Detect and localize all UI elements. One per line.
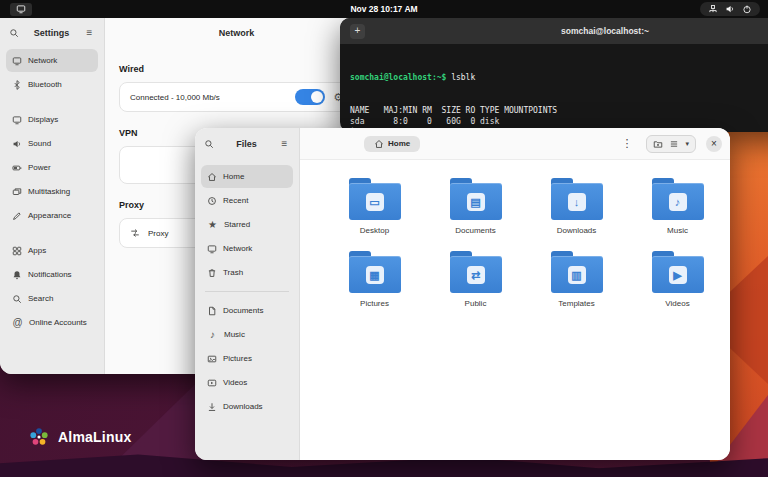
- files-content: ▭ Desktop ▤ Documents ↓ Downloads ♪ Musi…: [300, 160, 730, 460]
- terminal-command: lsblk: [451, 73, 475, 82]
- sidebar-item-videos[interactable]: Videos: [201, 371, 293, 394]
- folder-templates[interactable]: ▥ Templates: [526, 251, 627, 308]
- search-icon[interactable]: [9, 28, 19, 38]
- item-label: Starred: [224, 220, 250, 229]
- sidebar-item-bluetooth[interactable]: Bluetooth: [6, 73, 98, 96]
- item-label: Appearance: [28, 211, 71, 220]
- sidebar-item-network[interactable]: Network: [201, 237, 293, 260]
- folder-name: Documents: [455, 226, 495, 235]
- screencast-indicator[interactable]: [10, 3, 32, 16]
- sidebar-item-starred[interactable]: ★ Starred: [201, 213, 293, 236]
- new-tab-button[interactable]: +: [350, 24, 365, 39]
- list-view-icon[interactable]: [669, 139, 679, 149]
- almalinux-logo-icon: [28, 426, 50, 448]
- sidebar-item-pictures[interactable]: Pictures: [201, 347, 293, 370]
- terminal-body[interactable]: somchai@localhost:~$ lsblk NAME MAJ:MIN …: [340, 44, 768, 132]
- chevron-down-icon[interactable]: ▾: [685, 140, 689, 148]
- search-icon: [12, 294, 22, 304]
- videos-emblem-icon: ▶: [669, 266, 687, 284]
- item-label: Home: [223, 172, 244, 181]
- item-label: Displays: [28, 115, 58, 124]
- item-label: Multitasking: [28, 187, 70, 196]
- apps-grid-icon: [12, 246, 22, 256]
- folder-name: Videos: [665, 299, 689, 308]
- sidebar-item-displays[interactable]: Displays: [6, 108, 98, 131]
- item-label: Sound: [28, 139, 51, 148]
- display-icon: [16, 4, 26, 14]
- sidebar-item-multitasking[interactable]: Multitasking: [6, 180, 98, 203]
- folder-icon: ▶: [652, 251, 704, 293]
- volume-icon: [725, 4, 735, 14]
- folder-icon: ⇄: [450, 251, 502, 293]
- kebab-menu-icon[interactable]: ⋮: [615, 137, 638, 150]
- music-emblem-icon: ♪: [669, 193, 687, 211]
- multitasking-icon: [12, 187, 22, 197]
- menu-icon[interactable]: ≡: [279, 139, 290, 149]
- wired-heading: Wired: [119, 64, 354, 74]
- battery-icon: [12, 163, 22, 173]
- folder-public[interactable]: ⇄ Public: [425, 251, 526, 308]
- sidebar-item-online-accounts[interactable]: @ Online Accounts: [6, 311, 98, 334]
- image-icon: [207, 354, 217, 364]
- folder-name: Templates: [558, 299, 594, 308]
- sidebar-item-music[interactable]: ♪ Music: [201, 323, 293, 346]
- folder-pictures[interactable]: ▦ Pictures: [324, 251, 425, 308]
- sidebar-item-notifications[interactable]: Notifications: [6, 263, 98, 286]
- sidebar-group-gap: [0, 97, 104, 107]
- terminal-prompt: somchai@localhost:~$: [350, 73, 446, 82]
- network-icon: [12, 56, 22, 66]
- item-label: Pictures: [223, 354, 252, 363]
- files-title: Files: [219, 139, 274, 149]
- sidebar-item-documents[interactable]: Documents: [201, 299, 293, 322]
- desktop-emblem-icon: ▭: [366, 193, 384, 211]
- wired-toggle[interactable]: [295, 89, 325, 105]
- sidebar-item-home[interactable]: Home: [201, 165, 293, 188]
- toggle-knob: [311, 91, 323, 103]
- folder-documents[interactable]: ▤ Documents: [425, 178, 526, 235]
- sidebar-item-sound[interactable]: Sound: [6, 132, 98, 155]
- folder-downloads[interactable]: ↓ Downloads: [526, 178, 627, 235]
- sidebar-item-network[interactable]: Network: [6, 49, 98, 72]
- network-icon: [207, 244, 217, 254]
- terminal-window: + somchai@localhost:~ somchai@localhost:…: [340, 18, 768, 132]
- folder-icon: ▦: [349, 251, 401, 293]
- sidebar-item-search[interactable]: Search: [6, 287, 98, 310]
- breadcrumb[interactable]: Home: [364, 136, 420, 152]
- sidebar-item-appearance[interactable]: Appearance: [6, 204, 98, 227]
- sidebar-item-power[interactable]: Power: [6, 156, 98, 179]
- item-label: Apps: [28, 246, 46, 255]
- wired-network-icon: [708, 4, 718, 14]
- files-header: Files ≡ Home ⋮: [195, 128, 730, 160]
- documents-emblem-icon: ▤: [467, 193, 485, 211]
- almalinux-branding: AlmaLinux: [28, 426, 131, 448]
- settings-title: Settings: [24, 28, 79, 38]
- settings-page-title: Network: [105, 18, 368, 48]
- folder-music[interactable]: ♪ Music: [627, 178, 728, 235]
- item-label: Recent: [223, 196, 248, 205]
- menu-icon[interactable]: ≡: [84, 28, 95, 38]
- close-button[interactable]: ×: [706, 136, 722, 152]
- settings-sidebar: Settings ≡ Network Bluetooth: [0, 18, 105, 374]
- files-sidebar-header: Files ≡: [195, 128, 300, 160]
- sidebar-item-apps[interactable]: Apps: [6, 239, 98, 262]
- search-icon[interactable]: [204, 139, 214, 149]
- at-icon: @: [12, 318, 23, 328]
- sidebar-separator: [205, 291, 289, 292]
- files-toolbar: Home ⋮ ▾ ×: [300, 128, 730, 160]
- clock[interactable]: Nov 28 10:17 AM: [341, 2, 426, 16]
- bluetooth-icon: [12, 80, 22, 90]
- item-label: Online Accounts: [29, 318, 87, 327]
- top-bar: Nov 28 10:17 AM: [0, 0, 768, 18]
- system-tray[interactable]: [700, 2, 760, 16]
- sidebar-item-trash[interactable]: Trash: [201, 261, 293, 284]
- new-folder-icon[interactable]: [653, 139, 663, 149]
- folder-desktop[interactable]: ▭ Desktop: [324, 178, 425, 235]
- wired-connection-row[interactable]: Connected - 10,000 Mb/s ⚙: [119, 82, 354, 112]
- sidebar-item-downloads[interactable]: Downloads: [201, 395, 293, 418]
- terminal-header[interactable]: + somchai@localhost:~: [340, 18, 768, 44]
- home-icon: [207, 172, 217, 182]
- item-label: Power: [28, 163, 51, 172]
- folder-videos[interactable]: ▶ Videos: [627, 251, 728, 308]
- files-sidebar: Home Recent ★ Starred Network: [195, 160, 300, 460]
- sidebar-item-recent[interactable]: Recent: [201, 189, 293, 212]
